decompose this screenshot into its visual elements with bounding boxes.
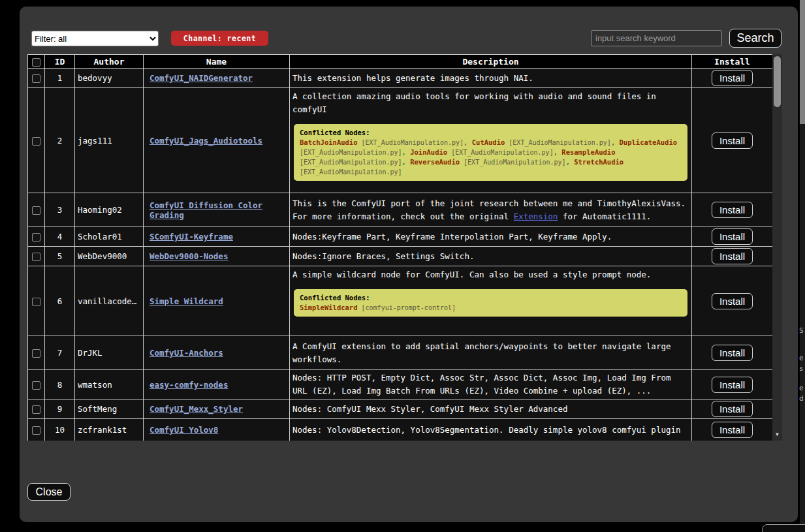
- row-description-cell: Nodes:Keyframe Part, Keyframe Interpolat…: [290, 227, 692, 247]
- row-description-cell: A simple wildcard node for ComfyUI. Can …: [290, 266, 692, 336]
- row-id-cell: 2: [45, 88, 75, 193]
- install-button[interactable]: Install: [712, 228, 753, 245]
- description-text: Nodes: ComfyUI Mexx Styler, ComfyUI Mexx…: [292, 403, 689, 416]
- node-name-link[interactable]: easy-comfy-nodes: [150, 380, 228, 390]
- description-text: A simple wildcard node for ComfyUI. Can …: [292, 268, 689, 281]
- row-install-cell: Install: [692, 266, 773, 336]
- install-button[interactable]: Install: [712, 377, 753, 393]
- node-name-link[interactable]: ComfyUI Yolov8: [150, 425, 218, 435]
- edge-fragment: d: [799, 394, 804, 403]
- row-install-cell: Install: [692, 88, 773, 193]
- filter-select[interactable]: Filter: all: [31, 31, 159, 46]
- row-checkbox[interactable]: [32, 349, 40, 358]
- edge-fragment: s: [799, 364, 804, 373]
- description-link[interactable]: Extension: [514, 211, 558, 221]
- row-name-cell: easy-comfy-nodes: [144, 370, 290, 399]
- node-name-link[interactable]: ComfyUI Diffusion Color Grading: [150, 200, 262, 220]
- row-description-cell: Nodes:Ignore Braces, Settings Switch.: [290, 247, 692, 266]
- row-id-cell: 7: [45, 336, 75, 370]
- install-button[interactable]: Install: [712, 401, 753, 417]
- description-text: Nodes:Keyframe Part, Keyframe Interpolat…: [292, 230, 689, 243]
- node-name-link[interactable]: ComfyUI-Anchors: [150, 348, 223, 358]
- row-checkbox[interactable]: [32, 426, 40, 435]
- close-button[interactable]: Close: [27, 483, 71, 501]
- table-row: 6vanillacode314Simple WildcardA simple w…: [28, 266, 773, 336]
- table-row: 2jags111ComfyUI_Jags_AudiotoolsA collect…: [28, 88, 773, 193]
- conflict-node-ext: [EXT_AudioManipulation.py]: [447, 149, 554, 156]
- conflict-node-ext: [EXT_AudioManipulation.py]: [300, 159, 402, 166]
- page-scrollbar[interactable]: [800, 0, 805, 532]
- row-checkbox[interactable]: [32, 206, 40, 215]
- column-header-id: ID: [45, 55, 75, 69]
- conflict-node-ext: [comfyui-prompt-control]: [358, 304, 456, 311]
- row-checkbox[interactable]: [32, 74, 40, 83]
- custom-nodes-dialog: Filter: all Channel: recent Search ID Au…: [20, 7, 798, 522]
- page-scrollbar-thumb[interactable]: [800, 0, 805, 124]
- table-scrollbar[interactable]: ▼: [772, 54, 782, 441]
- node-name-link[interactable]: ComfyUI_Jags_Audiotools: [150, 136, 262, 146]
- row-id-cell: 1: [45, 69, 75, 88]
- row-select-cell: [28, 69, 45, 88]
- node-name-link[interactable]: WebDev9000-Nodes: [150, 251, 228, 261]
- row-name-cell: ComfyUI-Anchors: [144, 336, 290, 370]
- conflicted-nodes-title: Conflicted Nodes:: [300, 129, 370, 136]
- row-checkbox[interactable]: [32, 298, 40, 306]
- row-select-cell: [28, 193, 45, 227]
- node-name-link[interactable]: ComfyUI_NAIDGenerator: [150, 73, 253, 83]
- row-checkbox[interactable]: [32, 381, 40, 390]
- row-install-cell: Install: [692, 193, 773, 227]
- column-header-install: Install: [692, 55, 773, 69]
- conflict-node-ext: [EXT_AudioManipulation.py]: [505, 139, 611, 146]
- table-header-row: ID Author Name Description Install: [28, 55, 773, 69]
- channel-badge[interactable]: Channel: recent: [171, 31, 268, 46]
- author-name: vanillacode314: [78, 296, 140, 306]
- install-button[interactable]: Install: [712, 202, 753, 218]
- install-button[interactable]: Install: [712, 70, 753, 86]
- row-checkbox[interactable]: [32, 253, 40, 261]
- author-name: wmatson: [78, 380, 140, 390]
- row-author-cell: Haoming02: [75, 193, 144, 227]
- description-text: This is the ComfyUI port of the joint re…: [292, 197, 689, 223]
- row-id-cell: 10: [45, 419, 75, 441]
- row-checkbox[interactable]: [32, 137, 40, 146]
- install-button[interactable]: Install: [712, 293, 753, 309]
- install-button[interactable]: Install: [712, 248, 753, 264]
- nodes-table: ID Author Name Description Install 1bedo…: [27, 54, 773, 441]
- nodes-table-container: ID Author Name Description Install 1bedo…: [27, 54, 782, 441]
- table-row: 3Haoming02ComfyUI Diffusion Color Gradin…: [28, 193, 773, 227]
- column-header-name: Name: [144, 55, 290, 69]
- table-row: 4Scholar01SComfyUI-KeyframeNodes:Keyfram…: [28, 227, 773, 247]
- scroll-down-arrow-icon[interactable]: ▼: [772, 431, 782, 439]
- row-select-cell: [28, 88, 45, 193]
- node-name-link[interactable]: ComfyUI_Mexx_Styler: [150, 404, 243, 414]
- node-name-link[interactable]: Simple Wildcard: [150, 296, 223, 306]
- install-button[interactable]: Install: [712, 133, 753, 149]
- install-button[interactable]: Install: [712, 422, 753, 438]
- author-name: WebDev9000: [78, 251, 140, 261]
- row-checkbox[interactable]: [32, 233, 40, 242]
- row-select-cell: [28, 370, 45, 399]
- row-id-cell: 3: [45, 193, 75, 227]
- row-checkbox[interactable]: [32, 405, 40, 414]
- install-button[interactable]: Install: [712, 345, 753, 361]
- table-row: 8wmatsoneasy-comfy-nodesNodes: HTTP POST…: [28, 370, 773, 399]
- author-name: jags111: [78, 136, 140, 146]
- row-author-cell: jags111: [75, 88, 144, 193]
- row-select-cell: [28, 419, 45, 441]
- description-text: This extension helps generate images thr…: [292, 72, 689, 85]
- select-all-checkbox[interactable]: [32, 58, 40, 67]
- search-input[interactable]: [591, 30, 722, 46]
- author-name: Haoming02: [78, 205, 140, 215]
- table-scrollbar-thumb[interactable]: [774, 56, 781, 107]
- node-name-link[interactable]: SComfyUI-Keyframe: [150, 232, 233, 242]
- row-author-cell: vanillacode314: [75, 266, 144, 336]
- row-select-cell: [28, 227, 45, 247]
- row-name-cell: ComfyUI Diffusion Color Grading: [144, 193, 290, 227]
- column-header-description: Description: [290, 55, 692, 69]
- search-button[interactable]: Search: [729, 29, 781, 48]
- row-install-cell: Install: [692, 247, 773, 266]
- partial-corner-button[interactable]: [762, 524, 805, 532]
- row-name-cell: ComfyUI_NAIDGenerator: [144, 69, 290, 88]
- table-row: 7DrJKLComfyUI-AnchorsA ComfyUI extension…: [28, 336, 773, 370]
- conflict-node-name: BatchJoinAudio: [300, 138, 358, 146]
